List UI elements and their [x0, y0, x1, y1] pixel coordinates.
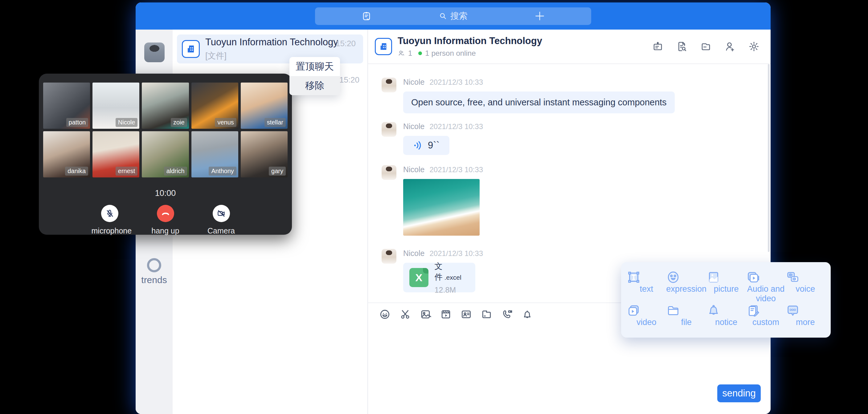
- participant-tile: ernest: [92, 131, 139, 178]
- menu-item-remove[interactable]: 移除: [289, 76, 340, 95]
- hang-up-icon: [161, 209, 170, 218]
- file-size: 12.8M: [435, 286, 469, 294]
- my-avatar[interactable]: [144, 42, 164, 62]
- more-dots-icon: [786, 304, 825, 318]
- contact-note-icon[interactable]: [361, 9, 372, 23]
- file-folder-icon: [666, 304, 707, 318]
- participant-tile: danika: [43, 131, 90, 178]
- participant-name: stellar: [265, 118, 286, 127]
- participant-name: gary: [269, 167, 286, 176]
- voice-wave-icon: [413, 140, 424, 151]
- text-frame-icon: [627, 270, 666, 284]
- sender-avatar[interactable]: [381, 249, 396, 264]
- file-name: 文件: [435, 261, 443, 282]
- message-time: 2021/12/3 10:33: [429, 122, 483, 131]
- group-avatar: [375, 38, 392, 55]
- top-bar: 搜索: [135, 2, 771, 30]
- camera-label: Camera: [203, 226, 240, 235]
- chat-history-search-icon[interactable]: [676, 41, 687, 52]
- sender-avatar[interactable]: [381, 77, 396, 92]
- message-file: Nicole2021/12/3 10:33 X 文件.excel 12.8M: [381, 249, 483, 292]
- participant-grid: patton Nicole zoie venus stellar danika …: [43, 83, 287, 178]
- voice-bubbles-icon: [786, 270, 825, 284]
- voice-duration: 9``: [428, 140, 439, 151]
- sender-avatar[interactable]: [381, 122, 396, 137]
- text-bubble[interactable]: Open source, free, and universal instant…: [403, 92, 675, 114]
- group-files-icon[interactable]: [700, 41, 711, 52]
- notification-bell-icon[interactable]: [522, 309, 533, 320]
- building-icon: [378, 41, 389, 52]
- panel-item-file[interactable]: file: [666, 304, 707, 332]
- sender-name: Nicole: [403, 165, 425, 174]
- member-count: 1: [408, 49, 412, 58]
- participant-name: ernest: [116, 167, 138, 176]
- image-attachment-beach[interactable]: [403, 179, 479, 236]
- search-placeholder: 搜索: [450, 10, 468, 22]
- message-time: 2021/12/3 10:33: [429, 165, 483, 174]
- contact-card-icon[interactable]: [461, 309, 472, 320]
- group-avatar: [182, 40, 200, 58]
- hang-up-button[interactable]: [157, 205, 174, 222]
- online-dot: [418, 52, 422, 55]
- panel-item-audio-video[interactable]: Audio and video: [746, 270, 785, 304]
- participant-tile: patton: [43, 83, 90, 129]
- panel-item-voice[interactable]: voice: [786, 270, 825, 304]
- online-status: 1 person online: [425, 49, 475, 58]
- video-clapper-icon[interactable]: [440, 309, 452, 320]
- excel-file-icon: X: [409, 268, 429, 287]
- participant-tile: stellar: [241, 83, 287, 129]
- file-folder-icon[interactable]: [481, 309, 492, 320]
- menu-item-pin-chat[interactable]: 置顶聊天: [289, 57, 340, 76]
- custom-doc-pen-icon: [746, 304, 785, 318]
- file-ext: .excel: [444, 274, 461, 281]
- panel-item-text[interactable]: text: [627, 270, 666, 304]
- trends-label: trends: [135, 275, 173, 285]
- panel-item-more[interactable]: more: [786, 304, 825, 332]
- panel-item-custom[interactable]: custom: [746, 304, 785, 332]
- participant-name: Anthony: [209, 167, 236, 176]
- participant-tile: Nicole: [92, 83, 139, 129]
- camera-off-button[interactable]: [213, 205, 230, 222]
- participant-tile: Anthony: [191, 131, 238, 178]
- trends-icon: [147, 258, 161, 272]
- message-voice: Nicole2021/12/3 10:33 9``: [381, 122, 483, 155]
- panel-item-video[interactable]: video: [627, 304, 666, 332]
- call-timer: 10:00: [43, 189, 287, 198]
- search-bar[interactable]: 搜索: [315, 7, 591, 25]
- participant-name: venus: [215, 118, 236, 127]
- sender-name: Nicole: [403, 77, 425, 87]
- mic-off-icon: [105, 209, 114, 218]
- video-call-overlay: patton Nicole zoie venus stellar danika …: [39, 74, 292, 235]
- sender-name: Nicole: [403, 249, 425, 258]
- members-icon: [398, 50, 405, 57]
- sender-avatar[interactable]: [381, 165, 396, 180]
- send-button[interactable]: sending: [717, 384, 761, 402]
- participant-name: Nicole: [116, 118, 138, 127]
- image-icon[interactable]: [420, 309, 431, 320]
- sidebar-item-trends[interactable]: trends: [135, 258, 173, 285]
- file-bubble[interactable]: X 文件.excel 12.8M: [403, 263, 475, 292]
- chat-header: Tuoyun Information Technology 1 1 person…: [368, 30, 771, 64]
- plus-icon[interactable]: [534, 11, 545, 21]
- panel-item-expression[interactable]: expression: [666, 270, 707, 304]
- panel-item-notice[interactable]: notice: [707, 304, 746, 332]
- video-call-icon[interactable]: [501, 309, 513, 320]
- voice-bubble[interactable]: 9``: [403, 136, 450, 155]
- scrollbar-thumb[interactable]: [768, 64, 770, 252]
- settings-gear-icon[interactable]: [748, 41, 760, 52]
- conversation-time: 15:20: [336, 39, 356, 49]
- hang-up-label: hang up: [147, 226, 184, 235]
- add-member-icon[interactable]: [724, 41, 736, 52]
- call-controls: microphone hang up Camera: [43, 205, 287, 235]
- emoji-icon[interactable]: [379, 309, 391, 320]
- group-notice-icon[interactable]: [652, 41, 663, 52]
- screenshot-scissors-icon[interactable]: [400, 309, 411, 320]
- microphone-mute-button[interactable]: [101, 205, 118, 222]
- participant-name: zoie: [171, 118, 187, 127]
- expression-smiley-icon: [666, 270, 707, 284]
- microphone-label: microphone: [92, 226, 128, 235]
- message-time: 2021/12/3 10:33: [429, 249, 483, 258]
- panel-item-picture[interactable]: picture: [707, 270, 746, 304]
- search-input[interactable]: 搜索: [439, 10, 468, 22]
- message-input-area[interactable]: sending: [368, 325, 771, 414]
